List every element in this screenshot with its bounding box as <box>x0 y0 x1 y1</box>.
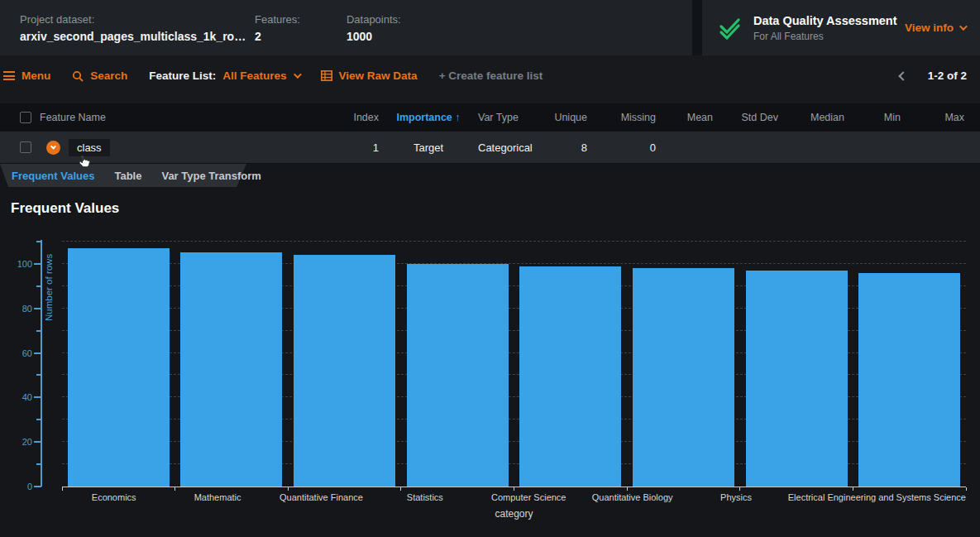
tab-frequent-values[interactable]: Frequent Values <box>12 170 94 182</box>
tab-table[interactable]: Table <box>114 170 141 182</box>
x-axis-label: Mathematic <box>165 487 269 502</box>
data-quality-section: Data Quality Assessment For All Features… <box>702 0 980 55</box>
chevron-down-icon <box>959 22 968 31</box>
y-axis-spine <box>41 240 42 487</box>
feature-name-column-label: Feature Name <box>40 112 106 123</box>
header-median[interactable]: Median <box>778 112 844 123</box>
y-minor-tick <box>36 241 41 242</box>
view-raw-data-button[interactable]: View Raw Data <box>321 70 418 82</box>
header-missing[interactable]: Missing <box>587 112 656 123</box>
y-minor-tick <box>36 285 41 287</box>
y-tick-label: 100 <box>0 259 32 269</box>
y-minor-tick <box>36 419 41 420</box>
datapoints-count: Datapoints: 1000 <box>347 13 401 43</box>
pagination: 1-2 of 2 <box>900 70 967 82</box>
datapoints-value: 1000 <box>347 30 401 43</box>
header-unique[interactable]: Unique <box>531 112 587 123</box>
x-tick <box>627 487 628 491</box>
importance-column-label: Importance <box>396 112 452 123</box>
bar-slot <box>175 242 289 487</box>
y-tick <box>34 263 41 265</box>
chart-title: Frequent Values <box>11 200 980 217</box>
bar-series <box>62 242 966 487</box>
select-all-checkbox[interactable] <box>20 112 31 123</box>
table-grid-icon <box>321 70 332 81</box>
feature-list-selector[interactable]: Feature List: All Features <box>149 70 299 82</box>
search-button[interactable]: Search <box>72 70 127 82</box>
view-info-label: View info <box>905 22 954 34</box>
target-expand-icon[interactable] <box>46 141 60 155</box>
y-minor-tick <box>36 330 41 332</box>
feature-table: Feature Name Index Importance ↑ Var Type… <box>0 103 980 164</box>
project-dataset-value: arxiv_second_pages_multiclass_1k_ro… <box>20 30 208 43</box>
header-index[interactable]: Index <box>339 112 379 123</box>
row-checkbox[interactable] <box>20 141 31 153</box>
chevron-down-icon <box>294 70 302 79</box>
bar-quantitative-finance[interactable] <box>294 255 395 487</box>
menu-label: Menu <box>22 70 50 82</box>
y-tick-label: 0 <box>0 482 32 491</box>
y-tick <box>34 486 41 487</box>
bar-physics[interactable] <box>746 271 848 487</box>
y-minor-tick <box>36 463 41 465</box>
bar-slot <box>740 242 853 487</box>
data-quality-title: Data Quality Assessment <box>753 14 897 27</box>
y-tick-label: 20 <box>0 437 32 447</box>
x-tick <box>400 487 401 491</box>
bar-slot <box>401 242 514 487</box>
x-axis-label: Computer Science <box>477 487 581 502</box>
create-feature-list-button[interactable]: + Create feature list <box>439 70 543 82</box>
x-tick <box>288 487 289 491</box>
x-axis-title: category <box>62 508 966 520</box>
menu-button[interactable]: Menu <box>3 70 50 82</box>
chevron-left-icon[interactable] <box>898 71 907 80</box>
bar-computer-science[interactable] <box>519 266 621 487</box>
x-axis-label: Physics <box>684 487 787 502</box>
plot-area: Number of rows 020406080100 <box>62 242 966 487</box>
features-value: 2 <box>255 30 300 43</box>
y-tick-label: 80 <box>0 304 32 314</box>
header-max[interactable]: Max <box>901 112 964 123</box>
bar-economics[interactable] <box>68 248 170 487</box>
bar-statistics[interactable] <box>407 264 509 487</box>
feature-table-header: Feature Name Index Importance ↑ Var Type… <box>0 103 980 131</box>
header-var-type[interactable]: Var Type <box>478 112 531 123</box>
bar-mathematic[interactable] <box>180 252 282 487</box>
project-dataset-label: Project dataset: <box>20 13 208 26</box>
missing-value: 0 <box>587 141 656 154</box>
bar-electrical-engineering-and-systems-science[interactable] <box>858 273 960 487</box>
header-min[interactable]: Min <box>844 112 901 123</box>
sort-ascending-icon: ↑ <box>455 112 460 123</box>
header-std-dev[interactable]: Std Dev <box>713 112 778 123</box>
project-dataset: Project dataset: arxiv_second_pages_mult… <box>20 13 208 43</box>
importance-value: Target <box>379 141 478 154</box>
hamburger-icon <box>3 71 15 80</box>
bar-quantitative-biology[interactable] <box>633 268 734 487</box>
menu-bar: Menu Search Feature List: All Features V… <box>0 55 980 96</box>
x-tick <box>853 487 853 491</box>
project-summary-section: Project dataset: arxiv_second_pages_mult… <box>0 0 692 55</box>
bar-slot <box>853 242 966 487</box>
header-importance[interactable]: Importance ↑ <box>379 112 478 123</box>
create-feature-list-label: + Create feature list <box>439 70 543 82</box>
header-feature-name: Feature Name <box>0 112 339 123</box>
y-tick <box>34 352 41 354</box>
tab-var-type-transform[interactable]: Var Type Transform <box>161 170 261 182</box>
x-axis-label: Electrical Engineering and Systems Scien… <box>788 487 966 502</box>
bar-slot <box>514 242 628 487</box>
view-info-button[interactable]: View info <box>905 22 965 34</box>
x-axis-labels: EconomicsMathematicQuantitative FinanceS… <box>62 487 966 502</box>
x-tick <box>739 487 740 491</box>
header-mean[interactable]: Mean <box>656 112 713 123</box>
x-axis-label: Economics <box>62 487 165 502</box>
table-row[interactable]: class 1 Target Categorical 8 0 <box>0 131 980 164</box>
y-axis-title: Number of rows <box>44 242 54 321</box>
datapoints-label: Datapoints: <box>347 13 401 26</box>
bar-slot <box>288 242 401 487</box>
pagination-range: 1-2 of 2 <box>928 70 967 82</box>
frequent-values-chart: Number of rows 020406080100 EconomicsMat… <box>62 242 966 520</box>
feature-detail-panel: Frequent Values Table Var Type Transform… <box>0 164 980 537</box>
feature-name-value[interactable]: class <box>69 139 110 156</box>
view-raw-data-label: View Raw Data <box>339 70 418 82</box>
y-tick-label: 40 <box>0 392 32 402</box>
